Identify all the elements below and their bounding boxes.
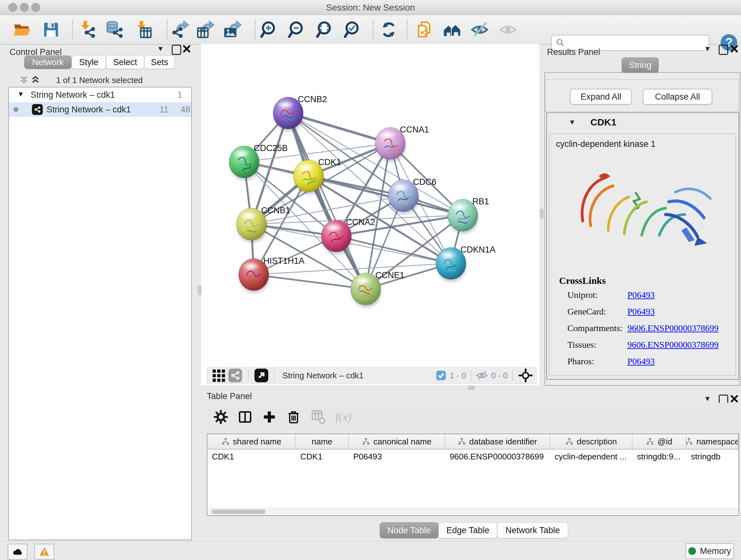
- table-options-gear-icon[interactable]: [212, 409, 229, 425]
- status-bar: Memory: [0, 541, 741, 560]
- column-header[interactable]: name: [296, 434, 349, 449]
- window-title: Session: New Session: [0, 3, 741, 13]
- entry-description: cyclin-dependent kinase 1: [556, 139, 656, 149]
- application-window: Session: New Session ?: [0, 0, 741, 560]
- control-panel-close-icon[interactable]: [183, 45, 191, 53]
- import-network-icon[interactable]: [77, 20, 97, 40]
- export-image-icon[interactable]: [222, 20, 242, 40]
- column-header[interactable]: @id: [632, 434, 686, 449]
- import-database-icon[interactable]: [104, 20, 124, 40]
- title-bar: Session: New Session: [0, 0, 741, 15]
- column-header[interactable]: shared name: [207, 434, 296, 449]
- export-table-icon[interactable]: [195, 20, 215, 40]
- selected-count: 1 - 0: [450, 371, 466, 381]
- table-cell[interactable]: 9606.ENSP00000378699: [445, 449, 550, 463]
- tab-network[interactable]: Network: [24, 56, 71, 69]
- node-label: CCNB2: [298, 95, 327, 104]
- import-table-icon[interactable]: [133, 20, 153, 40]
- tab-network-table[interactable]: Network Table: [497, 522, 568, 538]
- zoom-in-icon[interactable]: [259, 20, 279, 40]
- left-splitter-handle[interactable]: [198, 285, 201, 295]
- control-panel-menu-icon[interactable]: ▼: [157, 45, 164, 53]
- cloud-icon: [12, 546, 23, 557]
- delete-column-icon[interactable]: [285, 409, 302, 425]
- entry-collapse-icon[interactable]: ▼: [569, 118, 576, 126]
- table-cell[interactable]: P06493: [349, 449, 445, 463]
- tab-select[interactable]: Select: [106, 56, 144, 69]
- column-header[interactable]: canonical name: [349, 434, 445, 449]
- show-all-icon[interactable]: [498, 20, 518, 40]
- results-panel-menu-icon[interactable]: ▼: [704, 45, 711, 53]
- search-icon: [556, 38, 565, 48]
- refresh-icon[interactable]: [379, 20, 399, 40]
- selected-checkbox-icon[interactable]: [435, 367, 447, 384]
- tab-sets[interactable]: Sets: [144, 56, 175, 69]
- add-column-icon[interactable]: [261, 409, 278, 425]
- zoom-fit-icon[interactable]: [315, 20, 335, 40]
- node-label: RB1: [472, 197, 489, 206]
- birds-eye-view-icon[interactable]: [210, 367, 227, 384]
- network-edge[interactable]: [288, 113, 390, 143]
- warnings-button[interactable]: [35, 544, 54, 560]
- export-network-icon[interactable]: [170, 20, 190, 40]
- table-cell[interactable]: CDK1: [296, 449, 349, 463]
- crosslink-value-link[interactable]: P06493: [627, 307, 655, 317]
- crosslink-row: Pharos: P06493: [567, 356, 733, 373]
- save-session-icon[interactable]: [41, 20, 61, 40]
- node-selection-mode-icon[interactable]: [517, 367, 534, 384]
- hidden-indicator-icon: [476, 367, 488, 384]
- network-overview-icon[interactable]: [227, 367, 244, 384]
- table-row[interactable]: CDK1CDK1P064939606.ENSP00000378699cyclin…: [207, 449, 738, 463]
- results-panel-float-icon[interactable]: [719, 45, 728, 55]
- memory-button[interactable]: Memory: [685, 543, 734, 559]
- hidden-count: 0 - 0: [491, 371, 508, 381]
- horizontal-splitter-handle[interactable]: [468, 386, 475, 390]
- results-panel-close-icon[interactable]: [730, 45, 738, 53]
- network-status-dot-icon: [13, 107, 18, 112]
- hide-selected-icon[interactable]: [470, 20, 489, 40]
- network-canvas[interactable]: CCNB2CCNA1CDC25BCDK1CDC6RB1CCNB1CCNA2CDK…: [201, 44, 539, 385]
- horizontal-scrollbar[interactable]: [207, 508, 738, 515]
- zoom-out-icon[interactable]: [287, 20, 307, 40]
- duplicate-network-icon[interactable]: [414, 20, 434, 40]
- table-panel-close-icon[interactable]: [730, 395, 738, 403]
- right-splitter-handle[interactable]: [540, 208, 543, 219]
- control-panel-float-icon[interactable]: [172, 45, 181, 55]
- crosslink-value-link[interactable]: 9606.ENSP00000378699: [627, 323, 718, 333]
- first-neighbors-icon[interactable]: [443, 20, 462, 40]
- network-edge[interactable]: [254, 274, 366, 289]
- expand-all-button[interactable]: Expand All: [570, 89, 632, 105]
- zoom-selected-icon[interactable]: [343, 20, 362, 40]
- tab-node-table[interactable]: Node Table: [380, 522, 439, 538]
- network-type-icon: [32, 104, 43, 115]
- detach-view-icon[interactable]: [253, 367, 270, 384]
- network-svg[interactable]: CCNB2CCNA1CDC25BCDK1CDC6RB1CCNB1CCNA2CDK…: [201, 44, 539, 367]
- network-collection-row[interactable]: ▼ String Network – cdk1 1: [9, 87, 191, 102]
- column-header[interactable]: database identifier: [445, 434, 550, 449]
- tab-style[interactable]: Style: [71, 56, 106, 69]
- scrollbar-thumb[interactable]: [211, 509, 266, 514]
- network-row[interactable]: String Network – cdk1 11 48: [9, 102, 191, 117]
- open-session-icon[interactable]: [12, 20, 31, 40]
- column-header[interactable]: namespace: [686, 434, 738, 449]
- collapse-all-button[interactable]: Collapse All: [643, 89, 712, 105]
- node-label: CCNA2: [346, 217, 375, 227]
- table-cell[interactable]: stringdb: [686, 449, 738, 463]
- node-label: CCNE1: [375, 270, 405, 280]
- crosslink-value-link[interactable]: P06493: [627, 290, 655, 300]
- table-cell[interactable]: CDK1: [207, 449, 296, 463]
- column-header[interactable]: description: [550, 434, 632, 449]
- show-columns-icon[interactable]: [237, 409, 253, 425]
- network-edge[interactable]: [336, 236, 451, 263]
- table-cell[interactable]: stringdb:9...: [632, 449, 686, 463]
- crosslink-value-link[interactable]: P06493: [627, 356, 655, 367]
- cloud-status-button[interactable]: [8, 544, 27, 560]
- crosslink-row: Compartments: 9606.ENSP00000378699: [567, 323, 733, 340]
- table-panel-menu-icon[interactable]: ▼: [704, 395, 711, 403]
- tab-string[interactable]: String: [622, 57, 659, 73]
- collection-expand-icon[interactable]: ▼: [17, 90, 24, 98]
- tab-edge-table[interactable]: Edge Table: [439, 522, 497, 538]
- crosslink-value-link[interactable]: 9606.ENSP00000378699: [627, 340, 718, 350]
- table-cell[interactable]: cyclin-dependent ...: [550, 449, 632, 463]
- node-table[interactable]: shared namenamecanonical namedatabase id…: [207, 434, 739, 516]
